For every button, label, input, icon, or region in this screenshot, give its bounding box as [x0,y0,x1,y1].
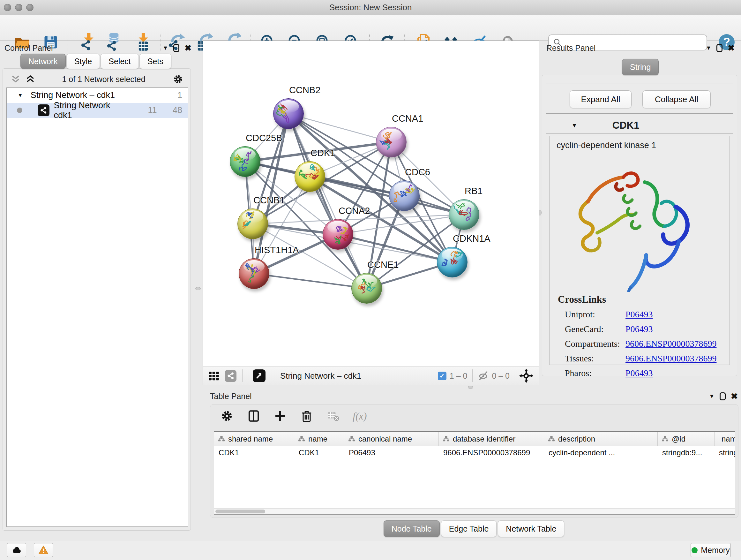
column-header-name[interactable]: name [294,432,344,446]
tab-network-table[interactable]: Network Table [498,520,564,537]
column-type-icon [348,436,355,442]
network-node-hist1h1a[interactable] [239,258,269,289]
panel-close-icon[interactable]: ✖ [728,44,735,52]
tab-node-table[interactable]: Node Table [384,520,440,537]
column-type-icon [298,436,305,442]
network-node-ccnb2[interactable] [273,98,304,129]
table-header-row: shared namenamecanonical namedatabase id… [214,432,735,446]
table-cell[interactable]: CDK1 [214,446,294,459]
gene-section-header[interactable]: ▼ CDK1 [546,117,733,134]
hidden-eye-icon[interactable] [477,370,489,382]
delete-table-icon [327,409,340,423]
tab-network[interactable]: Network [20,54,66,69]
memory-label: Memory [701,546,730,555]
table-cell[interactable]: P06493 [344,446,439,459]
memory-button[interactable]: Memory [690,543,731,557]
tab-string[interactable]: String [622,59,659,75]
node-label: CCNB2 [289,85,320,96]
table-settings-gear-icon[interactable] [220,409,234,423]
column-header--id[interactable]: @id [658,432,715,446]
panel-float-icon[interactable] [173,44,179,52]
network-node-ccna2[interactable] [323,219,353,250]
tab-select[interactable]: Select [100,54,138,69]
column-header-description[interactable]: description [544,432,658,446]
network-share-icon[interactable] [225,370,237,382]
network-options-gear-icon[interactable] [172,73,184,85]
column-header-shared-name[interactable]: shared name [214,432,294,446]
collapse-all-networks-icon[interactable] [11,75,20,83]
warnings-button[interactable] [34,543,53,557]
splitter-handle[interactable] [195,287,201,290]
panel-menu-icon[interactable]: ▼ [709,393,715,399]
panel-menu-icon[interactable]: ▼ [705,45,711,51]
tab-sets[interactable]: Sets [139,54,172,69]
cloud-icon [11,544,22,556]
column-header-canonical-name[interactable]: canonical name [344,432,439,446]
crosslink-value-link[interactable]: P06493 [625,309,653,320]
crosslink-label: Compartments: [565,339,625,349]
cloud-status-button[interactable] [7,543,26,557]
network-node-rb1[interactable] [449,199,479,230]
network-list-item[interactable]: String Network – cdk11148 [7,103,188,118]
collapse-all-button[interactable]: Collapse All [643,90,711,108]
panel-menu-icon[interactable]: ▼ [162,45,168,51]
scrollbar-thumb[interactable] [215,509,265,513]
network-node-ccne1[interactable] [351,273,382,304]
panel-float-icon[interactable] [717,44,723,52]
crosslink-label: Pharos: [565,368,625,378]
network-node-cdkn1a[interactable] [437,247,468,277]
node-table: shared namenamecanonical namedatabase id… [214,431,735,515]
splitter-handle[interactable] [468,386,473,389]
expand-all-networks-icon[interactable] [25,75,35,83]
panel-close-icon[interactable]: ✖ [731,392,738,400]
tab-edge-table[interactable]: Edge Table [441,520,497,537]
add-column-icon[interactable] [273,409,287,423]
delete-column-icon[interactable] [300,409,314,423]
network-node-cdc25b[interactable] [230,146,260,177]
panel-float-icon[interactable] [720,392,726,400]
column-type-icon [443,436,450,442]
crosslink-value-link[interactable]: 9606.ENSP00000378699 [625,354,717,364]
crosslink-value-link[interactable]: P06493 [625,324,653,334]
collapse-triangle-icon[interactable]: ▼ [17,92,23,99]
network-canvas[interactable]: CCNB2CCNA1CDC25BCDK1CDC6RB1CCNB1CCNA2CDK… [203,41,539,367]
grid-view-icon[interactable] [207,369,220,382]
network-node-ccna1[interactable] [376,127,407,158]
results-panel-header: Results Panel ▼ ✖ [546,42,738,54]
control-panel-title: Control Panel [4,44,53,53]
table-cell[interactable]: stringdb:9... [658,446,715,459]
crosslink-value-link[interactable]: P06493 [625,368,653,378]
birdseye-view-icon[interactable] [253,369,266,382]
show-columns-icon[interactable] [247,409,261,423]
selected-checkbox-icon[interactable]: ✓ [438,372,447,380]
node-label: CDK1 [311,148,335,159]
table-row[interactable]: CDK1CDK1P064939606.ENSP00000378699cyclin… [214,446,735,459]
column-type-icon [218,436,225,442]
collapse-section-icon[interactable]: ▼ [571,123,577,128]
node-label: CCNA1 [392,113,423,124]
panel-close-icon[interactable]: ✖ [185,44,192,52]
table-cell[interactable]: cyclin-dependent ... [544,446,658,459]
network-node-cdc6[interactable] [389,180,420,211]
network-node-cdk1[interactable] [294,161,325,192]
expand-all-button[interactable]: Expand All [569,90,631,108]
results-panel-title: Results Panel [546,44,596,53]
crosslink-value-link[interactable]: 9606.ENSP00000378699 [625,339,717,349]
protein-structure-image [566,164,700,292]
table-cell[interactable]: 9606.ENSP00000378699 [439,446,544,459]
crosslink-row: Compartments:9606.ENSP00000378699 [565,336,724,351]
crosslink-label: Uniprot: [565,309,625,320]
column-header-namespac[interactable]: namespac [715,432,735,446]
network-list: ▼String Network – cdk11String Network – … [6,87,188,527]
memory-status-dot [691,547,697,553]
count-badge: 11 [137,105,157,115]
crosslink-row: Pharos:P06493 [565,366,724,381]
tab-style[interactable]: Style [66,54,100,69]
horizontal-scrollbar[interactable] [214,508,735,514]
network-node-ccnb1[interactable] [238,208,268,239]
table-cell[interactable]: stringdb [715,446,735,459]
main-toolbar: ? [0,15,741,41]
table-cell[interactable]: CDK1 [294,446,344,459]
column-header-database-identifier[interactable]: database identifier [439,432,544,446]
pan-crosshair-icon[interactable] [519,368,534,383]
